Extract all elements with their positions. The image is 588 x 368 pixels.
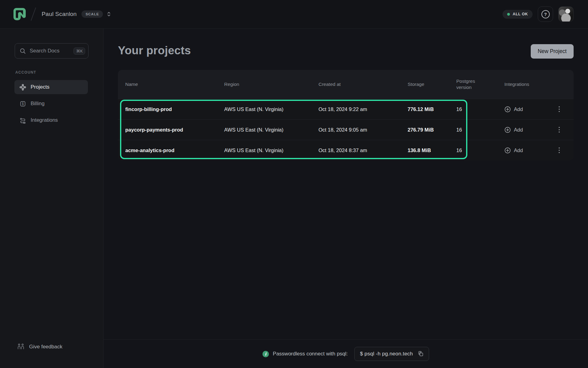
add-integration-button[interactable]: Add xyxy=(504,127,523,133)
project-postgres-version: 16 xyxy=(456,148,504,153)
psql-command: $ psql -h pg.neon.tech xyxy=(360,351,413,357)
search-shortcut-kbd: ⌘K xyxy=(74,48,85,55)
new-project-button[interactable]: New Project xyxy=(531,44,574,59)
project-region: AWS US East (N. Virginia) xyxy=(224,106,318,112)
table-row[interactable]: paycorp-payments-prod AWS US East (N. Vi… xyxy=(118,119,574,140)
status-badge[interactable]: ALL OK xyxy=(503,10,533,19)
breadcrumb-divider xyxy=(31,7,36,21)
footer-bar: i Passwordless connect with psql: $ psql… xyxy=(104,339,588,368)
project-storage: 136.8 MiB xyxy=(408,148,456,153)
svg-text:$: $ xyxy=(22,102,24,105)
search-docs-input[interactable]: Search Docs ⌘K xyxy=(15,43,89,59)
project-postgres-version: 16 xyxy=(456,106,504,112)
projects-icon xyxy=(19,84,26,90)
project-name[interactable]: acme-analytics-prod xyxy=(118,148,224,153)
project-storage: 776.12 MiB xyxy=(408,106,456,112)
add-label: Add xyxy=(514,148,523,153)
project-region: AWS US East (N. Virginia) xyxy=(224,127,318,133)
info-icon: i xyxy=(262,351,269,357)
feedback-label: Give feedback xyxy=(29,344,62,350)
project-storage: 276.79 MiB xyxy=(408,127,456,133)
search-placeholder: Search Docs xyxy=(30,48,70,54)
psql-message: Passwordless connect with psql: xyxy=(273,351,348,357)
billing-icon: $ xyxy=(19,100,26,107)
column-header-created-at: Created at xyxy=(318,82,408,87)
column-header-integrations: Integrations xyxy=(504,82,574,87)
project-created-at: Oct 18, 2024 8:37 am xyxy=(318,148,408,153)
sidebar-item-label: Billing xyxy=(31,101,44,107)
project-name[interactable]: fincorp-billing-prod xyxy=(118,106,224,112)
help-button[interactable]: ? xyxy=(538,6,553,22)
sidebar-item-label: Integrations xyxy=(31,117,58,123)
status-ok-dot-icon xyxy=(507,13,510,16)
integrations-icon xyxy=(19,117,26,124)
table-header-row: Name Region Created at Storage Postgres … xyxy=(118,70,574,99)
org-name[interactable]: Paul Scanlon xyxy=(42,11,77,17)
column-header-postgres-version: Postgres version xyxy=(456,78,484,90)
page-title: Your projects xyxy=(118,44,191,57)
project-region: AWS US East (N. Virginia) xyxy=(224,148,318,153)
projects-table: Name Region Created at Storage Postgres … xyxy=(118,70,574,160)
row-menu-kebab-icon[interactable] xyxy=(557,105,561,114)
column-header-storage: Storage xyxy=(408,82,456,87)
row-menu-kebab-icon[interactable] xyxy=(557,125,561,134)
sidebar-nav: Projects $ Billing xyxy=(0,80,103,127)
main-content: Your projects New Project Name Region Cr… xyxy=(104,29,588,339)
sidebar-item-integrations[interactable]: Integrations xyxy=(14,113,88,127)
top-bar: Paul Scanlon SCALE ALL OK ? xyxy=(0,0,588,29)
add-label: Add xyxy=(514,106,523,112)
add-integration-button[interactable]: Add xyxy=(504,147,523,154)
sidebar-item-label: Projects xyxy=(31,84,49,90)
project-created-at: Oct 18, 2024 9:05 am xyxy=(318,127,408,133)
org-switcher-chevrons-icon[interactable] xyxy=(107,11,111,17)
plan-badge: SCALE xyxy=(81,10,103,18)
table-row[interactable]: fincorp-billing-prod AWS US East (N. Vir… xyxy=(118,99,574,119)
row-menu-kebab-icon[interactable] xyxy=(557,146,561,155)
psql-command-box[interactable]: $ psql -h pg.neon.tech xyxy=(354,347,429,361)
sidebar-item-billing[interactable]: $ Billing xyxy=(14,97,88,111)
search-icon xyxy=(20,48,26,54)
copy-icon[interactable] xyxy=(418,351,424,357)
project-name[interactable]: paycorp-payments-prod xyxy=(118,127,224,133)
project-created-at: Oct 18, 2024 9:22 am xyxy=(318,106,408,112)
question-mark-icon: ? xyxy=(541,10,550,18)
table-row[interactable]: acme-analytics-prod AWS US East (N. Virg… xyxy=(118,140,574,160)
give-feedback-button[interactable]: Give feedback xyxy=(0,343,103,350)
add-label: Add xyxy=(514,127,523,133)
status-label: ALL OK xyxy=(513,12,528,16)
account-section-label: ACCOUNT xyxy=(15,70,103,75)
sidebar-item-projects[interactable]: Projects xyxy=(14,80,88,94)
sidebar: Search Docs ⌘K ACCOUNT Projects xyxy=(0,29,104,368)
add-integration-button[interactable]: Add xyxy=(504,106,523,113)
column-header-region: Region xyxy=(224,82,318,87)
neon-logo-icon[interactable] xyxy=(13,8,26,20)
feedback-people-icon xyxy=(17,343,25,350)
user-avatar[interactable] xyxy=(558,6,574,22)
project-postgres-version: 16 xyxy=(456,127,504,133)
column-header-name: Name xyxy=(118,82,224,87)
